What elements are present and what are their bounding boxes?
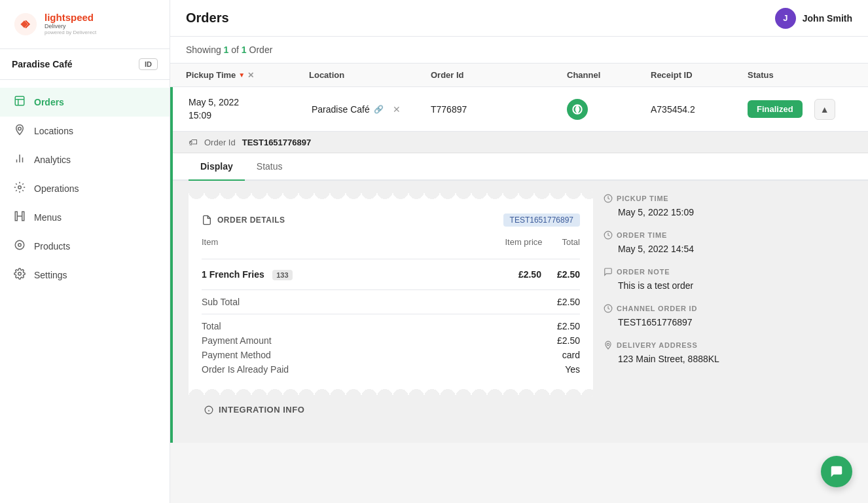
status-header-label: Status <box>748 70 774 80</box>
svg-point-4 <box>18 127 22 130</box>
logo-text: lightspeed Delivery powered by Deliverec… <box>45 12 96 35</box>
channel-header-label: Channel <box>567 70 600 80</box>
th-location: Location <box>309 70 425 80</box>
tab-status[interactable]: Status <box>245 153 295 181</box>
showing-bar: Showing 1 of 1 Order <box>170 37 868 64</box>
sidebar-item-menus[interactable]: Menus <box>0 203 170 232</box>
content-area: Showing 1 of 1 Order Pickup Time ▼ ✕ Loc… <box>170 37 868 503</box>
filter-icon[interactable]: ▼ <box>238 71 245 79</box>
lightspeed-logo-icon <box>13 12 38 37</box>
sidebar-item-settings[interactable]: Settings <box>0 261 170 289</box>
page-title: Orders <box>186 10 229 26</box>
location-row: Paradise Café ID <box>0 49 170 80</box>
external-link-icon: 🔗 <box>374 105 384 114</box>
cell-order-id: T776897 <box>431 104 562 115</box>
brand-powered: powered by Deliverect <box>45 30 96 36</box>
cell-receipt-id: A735454.2 <box>651 104 742 115</box>
pickup-time-label: PICKUP TIME <box>604 194 852 203</box>
clear-filter-icon[interactable]: ✕ <box>247 71 254 80</box>
th-channel: Channel <box>567 70 645 80</box>
sidebar-item-products[interactable]: Products <box>0 232 170 261</box>
item-info: 1 French Fries 133 <box>202 269 293 280</box>
pickup-time-section: PICKUP TIME May 5, 2022 15:09 <box>604 194 852 217</box>
table-header: Pickup Time ▼ ✕ Location Order Id Channe… <box>170 64 868 87</box>
sidebar-item-analytics[interactable]: Analytics <box>0 145 170 174</box>
status-badge: Finalized <box>748 100 803 118</box>
payment-amount-row: Payment Amount £2.50 <box>202 335 580 346</box>
user-name: John Smith <box>803 13 852 24</box>
delivery-address-section: DELIVERY ADDRESS 123 Main Street, 8888KL <box>604 341 852 364</box>
settings-icon <box>13 268 26 282</box>
tab-display[interactable]: Display <box>189 153 245 181</box>
receipt-icon <box>202 215 212 225</box>
main-content: Orders J John Smith Showing 1 of 1 Order… <box>170 0 868 503</box>
table-row[interactable]: May 5, 2022 15:09 Paradise Café 🔗 ✕ T776… <box>170 87 868 443</box>
chat-icon <box>829 464 844 479</box>
channel-order-id-section: CHANNEL ORDER ID TEST1651776897 <box>604 304 852 327</box>
sidebar-item-locations-label: Locations <box>34 126 73 136</box>
nav-list: Orders Locations Analytics Operations Me… <box>0 80 170 503</box>
tag-icon2 <box>604 304 613 313</box>
locations-icon <box>13 124 26 138</box>
products-icon <box>13 239 26 253</box>
receipt-order-ref: TEST1651776897 <box>503 214 580 227</box>
clock-icon-order <box>604 231 613 240</box>
note-icon <box>604 267 613 276</box>
sidebar: lightspeed Delivery powered by Deliverec… <box>0 0 170 503</box>
id-badge[interactable]: ID <box>139 58 158 70</box>
order-row: May 5, 2022 15:09 Paradise Café 🔗 ✕ T776… <box>173 87 868 132</box>
sidebar-item-orders[interactable]: Orders <box>0 88 170 117</box>
sidebar-item-settings-label: Settings <box>34 270 67 280</box>
user-menu[interactable]: J John Smith <box>775 8 852 29</box>
receipt-divider3 <box>202 314 580 314</box>
receipt-divider2 <box>202 289 580 290</box>
chat-button[interactable] <box>821 456 852 487</box>
item-prices: £2.50 £2.50 <box>518 269 580 280</box>
sidebar-item-operations[interactable]: Operations <box>0 174 170 203</box>
close-row-icon[interactable]: ✕ <box>393 104 401 115</box>
sub-total-row: Sub Total £2.50 <box>202 297 580 307</box>
order-id-header-label: Order Id <box>431 70 464 80</box>
order-id-label: Order Id <box>204 138 236 147</box>
channel-logo <box>567 99 588 120</box>
receipt-title: ORDER DETAILS <box>202 215 285 225</box>
integration-bar: INTEGRATION INFO <box>189 397 604 422</box>
location-header-label: Location <box>309 70 344 80</box>
already-paid-row: Order Is Already Paid Yes <box>202 364 580 375</box>
sidebar-item-operations-label: Operations <box>34 183 79 194</box>
tag-icon: 🏷 <box>189 137 198 147</box>
sidebar-item-orders-label: Orders <box>34 97 64 107</box>
sidebar-item-locations[interactable]: Locations <box>0 117 170 145</box>
cell-status: Finalized ▲ <box>748 99 852 120</box>
order-time-value: May 5, 2022 14:54 <box>604 244 852 254</box>
th-status: Status <box>748 70 852 80</box>
pickup-time-value: May 5, 2022 15:09 <box>604 207 852 217</box>
cell-location: Paradise Café 🔗 ✕ <box>312 104 425 115</box>
location-icon <box>604 341 613 350</box>
topbar: Orders J John Smith <box>170 0 868 37</box>
receipt-inner: ORDER DETAILS TEST1651776897 Item Item p… <box>189 203 593 385</box>
orders-table: Pickup Time ▼ ✕ Location Order Id Channe… <box>170 64 868 443</box>
cell-pickup-time: May 5, 2022 15:09 <box>189 96 306 122</box>
total-row: Total £2.50 <box>202 321 580 331</box>
sidebar-item-menus-label: Menus <box>34 212 62 223</box>
order-id-value: TEST1651776897 <box>242 138 312 147</box>
receipt-scallop-top <box>189 191 593 203</box>
svg-point-9 <box>15 240 24 250</box>
cell-channel <box>567 99 645 120</box>
delivery-address-label: DELIVERY ADDRESS <box>604 341 852 350</box>
svg-rect-1 <box>15 96 24 105</box>
expand-row-button[interactable]: ▲ <box>814 99 835 120</box>
receipt-divider1 <box>202 259 580 259</box>
receipt-column: ORDER DETAILS TEST1651776897 Item Item p… <box>189 191 604 432</box>
payment-method-row: Payment Method card <box>202 350 580 360</box>
th-receipt-id: Receipt ID <box>651 70 742 80</box>
sidebar-item-products-label: Products <box>34 241 70 252</box>
pickup-time-header-label: Pickup Time <box>186 70 236 80</box>
location-name: Paradise Café <box>12 59 73 69</box>
order-note-value: This is a test order <box>604 280 852 291</box>
operations-icon <box>13 181 26 196</box>
analytics-icon <box>13 153 26 167</box>
logo-area: lightspeed Delivery powered by Deliverec… <box>0 0 170 49</box>
orders-icon <box>13 95 26 109</box>
